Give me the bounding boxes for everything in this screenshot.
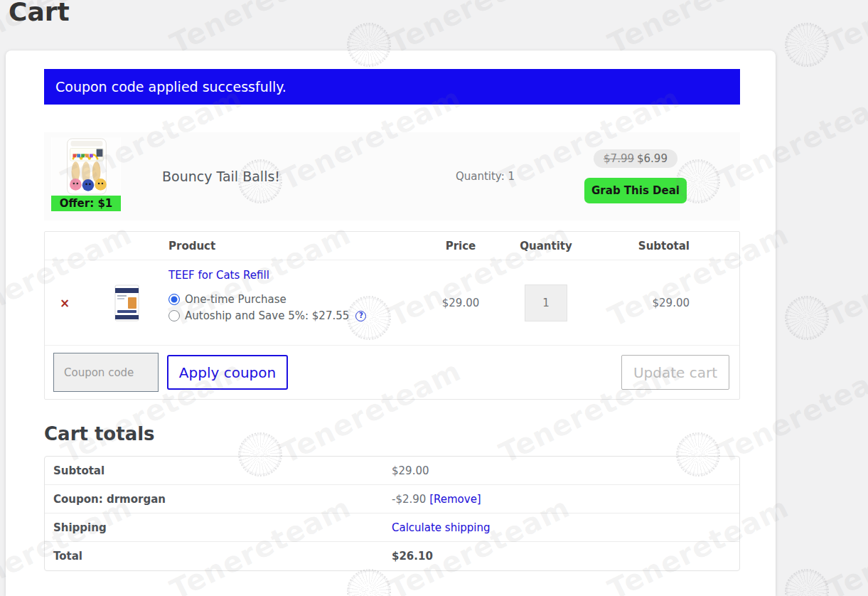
cart-table: Product Price Quantity Subtotal × <box>44 231 740 400</box>
radio-one-time-purchase[interactable] <box>168 294 180 305</box>
shipping-label: Shipping <box>45 521 392 534</box>
promo-offer-row: Offer: $1 Bouncy Tail Balls! Quantity: 1… <box>44 132 740 220</box>
watermark-text: Tenereteam <box>822 0 868 60</box>
remove-item-icon[interactable]: × <box>60 296 70 310</box>
cart-card: Coupon code applied successfully. <box>6 50 776 596</box>
coupon-code-input[interactable] <box>53 353 159 392</box>
subtotal-value: $29.00 <box>392 464 429 477</box>
radio-autoship[interactable] <box>168 310 180 321</box>
one-time-purchase-label: One-time Purchase <box>185 293 286 306</box>
watermark-stamp-icon <box>785 296 829 340</box>
cart-item-row: × TEEF for Cats Refill <box>45 260 739 346</box>
offer-badge: Offer: $1 <box>51 196 121 211</box>
offer-quantity: Quantity: 1 <box>456 170 515 183</box>
update-cart-button[interactable]: Update cart <box>621 355 729 390</box>
totals-row-shipping: Shipping Calculate shipping <box>45 513 739 542</box>
coupon-discount-value: -$2.90 <box>392 493 426 506</box>
total-label: Total <box>45 550 392 563</box>
offer-price-pill: $7.99$6.99 <box>594 149 677 168</box>
header-subtotal: Subtotal <box>592 240 739 252</box>
cart-table-header: Product Price Quantity Subtotal <box>45 232 739 260</box>
header-price: Price <box>422 240 500 252</box>
totals-row-total: Total $26.10 <box>45 542 739 570</box>
coupon-label: Coupon: drmorgan <box>45 493 392 506</box>
totals-row-subtotal: Subtotal $29.00 <box>45 457 739 485</box>
autoship-label: Autoship and Save 5%: $27.55 <box>185 309 349 322</box>
offer-new-price: $6.99 <box>637 152 668 165</box>
subtotal-label: Subtotal <box>45 464 392 477</box>
watermark-stamp-icon <box>785 569 829 596</box>
item-subtotal: $29.00 <box>592 297 739 309</box>
cart-item-thumbnail <box>109 283 144 323</box>
watermark-text: Tenereteam <box>822 491 868 596</box>
watermark-text: Tenereteam <box>822 218 868 334</box>
offer-product-name: Bouncy Tail Balls! <box>162 169 280 184</box>
offer-old-price: $7.99 <box>604 152 634 165</box>
cart-totals-table: Subtotal $29.00 Coupon: drmorgan -$2.90 … <box>44 456 740 571</box>
item-price: $29.00 <box>422 297 500 309</box>
page-title: Cart <box>9 0 70 26</box>
header-quantity: Quantity <box>500 240 592 252</box>
product-link[interactable]: TEEF for Cats Refill <box>168 269 269 282</box>
header-product: Product <box>168 240 422 252</box>
apply-coupon-button[interactable]: Apply coupon <box>167 355 288 390</box>
offer-product-image: Offer: $1 <box>51 137 121 211</box>
cart-totals-heading: Cart totals <box>44 423 740 445</box>
quantity-input[interactable] <box>525 284 567 321</box>
remove-coupon-link[interactable]: [Remove] <box>429 493 481 506</box>
totals-row-coupon: Coupon: drmorgan -$2.90 [Remove] <box>45 485 739 513</box>
coupon-success-banner: Coupon code applied successfully. <box>44 69 740 105</box>
cart-actions-row: Apply coupon Update cart <box>45 346 739 399</box>
bouncy-tail-balls-image <box>51 137 121 196</box>
watermark-stamp-icon <box>785 23 829 67</box>
total-value: $26.10 <box>392 550 433 563</box>
autoship-help-icon[interactable]: ? <box>355 311 366 321</box>
calculate-shipping-link[interactable]: Calculate shipping <box>392 521 491 534</box>
grab-this-deal-button[interactable]: Grab This Deal <box>584 178 687 203</box>
